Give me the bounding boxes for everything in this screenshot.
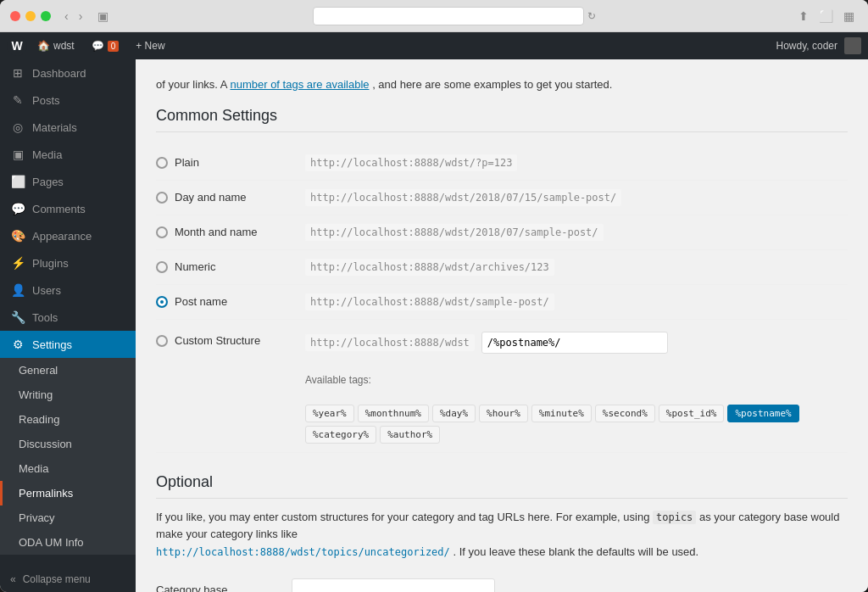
tag-minute[interactable]: %minute% — [531, 405, 592, 422]
numeric-label: Numeric — [175, 260, 215, 273]
day-name-radio[interactable] — [156, 192, 168, 204]
back-button[interactable]: ‹ — [61, 8, 72, 25]
day-name-label: Day and name — [175, 191, 247, 204]
sidebar-item-label: Media — [32, 148, 62, 161]
tag-monthnum[interactable]: %monthnum% — [358, 405, 429, 422]
tag-author[interactable]: %author% — [380, 426, 440, 444]
sidebar: ⊞ Dashboard ✎ Posts ◎ Materials ▣ Media … — [0, 59, 136, 592]
sidebar-right-button[interactable]: ▦ — [840, 8, 858, 25]
media-icon: ▣ — [10, 148, 25, 161]
category-base-input[interactable] — [292, 578, 495, 592]
sidebar-sub-reading[interactable]: Reading — [0, 407, 136, 432]
optional-url-example: http://localhost:8888/wdst/topics/uncate… — [156, 546, 450, 558]
users-icon: 👤 — [10, 283, 25, 297]
forward-button[interactable]: › — [75, 8, 86, 25]
sidebar-item-users[interactable]: 👤 Users — [0, 276, 136, 304]
day-name-radio-label[interactable]: Day and name — [156, 191, 292, 204]
materials-icon: ◎ — [10, 120, 25, 134]
sidebar-toggle-button[interactable]: ▣ — [92, 8, 114, 25]
post-name-radio[interactable] — [156, 296, 168, 308]
new-label: + New — [136, 40, 164, 52]
optional-description: If you like, you may enter custom struct… — [156, 509, 848, 561]
admin-bar-comments[interactable]: 💬 0 — [85, 36, 126, 55]
category-base-label: Category base — [156, 584, 292, 592]
sidebar-item-dashboard[interactable]: ⊞ Dashboard — [0, 59, 136, 87]
month-name-label: Month and name — [175, 226, 258, 238]
pages-icon: ⬜ — [10, 175, 25, 188]
close-button[interactable] — [10, 11, 20, 21]
tag-postname[interactable]: %postname% — [727, 405, 798, 422]
user-avatar[interactable] — [844, 37, 861, 54]
post-name-radio-label[interactable]: Post name — [156, 295, 292, 308]
sub-item-label: ODA UM Info — [19, 536, 84, 549]
tags-link[interactable]: number of tags are available — [230, 78, 369, 91]
month-name-radio-label[interactable]: Month and name — [156, 226, 292, 238]
collapse-icon: « — [10, 573, 16, 585]
share-button[interactable]: ⬆ — [795, 8, 812, 25]
sub-item-label: Permalinks — [19, 487, 73, 500]
tag-post-id[interactable]: %post_id% — [659, 405, 725, 422]
tag-second[interactable]: %second% — [595, 405, 655, 422]
collapse-menu-button[interactable]: « Collapse menu — [0, 567, 136, 592]
sidebar-item-posts[interactable]: ✎ Posts — [0, 87, 136, 114]
custom-radio[interactable] — [156, 335, 168, 347]
tag-hour[interactable]: %hour% — [479, 405, 528, 422]
sidebar-item-appearance[interactable]: 🎨 Appearance — [0, 222, 136, 249]
sidebar-item-label: Dashboard — [32, 67, 86, 80]
sidebar-sub-discussion[interactable]: Discussion — [0, 432, 136, 456]
sidebar-item-materials[interactable]: ◎ Materials — [0, 114, 136, 141]
plain-radio[interactable] — [156, 157, 168, 169]
sub-item-label: Media — [19, 462, 48, 475]
address-bar-input[interactable]: localhost — [313, 7, 584, 25]
sidebar-item-tools[interactable]: 🔧 Tools — [0, 304, 136, 331]
sidebar-item-label: Appearance — [32, 230, 92, 243]
optional-title: Optional — [156, 473, 848, 499]
sidebar-sub-oda-um-info[interactable]: ODA UM Info — [0, 530, 136, 555]
custom-radio-label[interactable]: Custom Structure — [156, 334, 292, 347]
sidebar-item-label: Comments — [32, 203, 86, 215]
numeric-radio[interactable] — [156, 261, 168, 273]
admin-bar-site[interactable]: 🏠 wdst — [31, 36, 81, 55]
comment-icon: 💬 — [92, 40, 104, 52]
plain-radio-label[interactable]: Plain — [156, 156, 292, 169]
permalink-option-custom: Custom Structure http://localhost:8888/w… — [156, 320, 848, 453]
permalink-option-plain: Plain http://localhost:8888/wdst/?p=123 — [156, 146, 848, 181]
permalink-option-numeric: Numeric http://localhost:8888/wdst/archi… — [156, 250, 848, 285]
admin-bar-new[interactable]: + New — [129, 36, 171, 55]
sidebar-item-label: Tools — [32, 311, 58, 324]
minimize-button[interactable] — [25, 11, 36, 21]
numeric-radio-label[interactable]: Numeric — [156, 260, 292, 273]
common-settings-title: Common Settings — [156, 107, 848, 132]
sub-item-label: Discussion — [19, 438, 72, 450]
refresh-button[interactable]: ↻ — [587, 10, 596, 22]
custom-url-input[interactable] — [481, 332, 668, 354]
sidebar-item-media[interactable]: ▣ Media — [0, 141, 136, 168]
sidebar-item-plugins[interactable]: ⚡ Plugins — [0, 249, 136, 276]
howdy-text: Howdy, coder — [776, 40, 837, 52]
sidebar-sub-permalinks[interactable]: Permalinks — [0, 481, 136, 505]
sidebar-sub-writing[interactable]: Writing — [0, 383, 136, 407]
sidebar-item-comments[interactable]: 💬 Comments — [0, 195, 136, 222]
wp-logo[interactable]: W — [7, 36, 27, 56]
new-tab-button[interactable]: ⬜ — [815, 8, 837, 25]
sidebar-item-settings[interactable]: ⚙ Settings — [0, 331, 136, 358]
sidebar-item-label: Settings — [32, 338, 72, 351]
month-name-radio[interactable] — [156, 226, 168, 238]
sidebar-sub-media[interactable]: Media — [0, 456, 136, 481]
permalink-option-post-name: Post name http://localhost:8888/wdst/sam… — [156, 285, 848, 320]
sidebar-sub-general[interactable]: General — [0, 358, 136, 383]
tag-category[interactable]: %category% — [305, 426, 376, 444]
tag-year[interactable]: %year% — [305, 405, 354, 422]
comments-count: 0 — [108, 41, 120, 52]
settings-icon: ⚙ — [10, 338, 25, 351]
day-name-url: http://localhost:8888/wdst/2018/07/15/sa… — [305, 189, 621, 206]
sidebar-sub-privacy[interactable]: Privacy — [0, 505, 136, 530]
sidebar-item-label: Plugins — [32, 257, 69, 270]
tag-day[interactable]: %day% — [432, 405, 476, 422]
sidebar-item-pages[interactable]: ⬜ Pages — [0, 168, 136, 195]
sub-item-label: Writing — [19, 388, 53, 401]
topics-code: topics — [653, 511, 696, 524]
maximize-button[interactable] — [41, 11, 51, 21]
sidebar-item-label: Posts — [32, 94, 60, 107]
collapse-label: Collapse menu — [23, 573, 91, 585]
